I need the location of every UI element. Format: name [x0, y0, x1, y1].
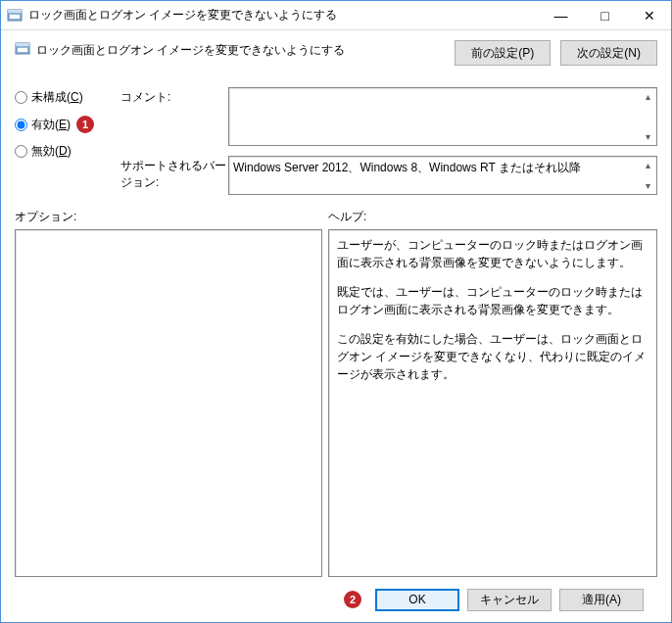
top-grid: 未構成(C) 有効(E) 1 無効(D) コメント: ▴ [15, 87, 657, 195]
policy-icon [15, 41, 30, 57]
content: ロック画面とログオン イメージを変更できないようにする 前の設定(P) 次の設定… [1, 30, 671, 622]
radio-disabled-input[interactable] [15, 145, 27, 158]
header-row: ロック画面とログオン イメージを変更できないようにする 前の設定(P) 次の設定… [15, 40, 657, 66]
minimize-button[interactable]: — [539, 1, 583, 29]
svg-rect-5 [18, 48, 27, 52]
fields-column: コメント: ▴ ▾ サポートされるバージョン: Windows Server 2… [120, 87, 657, 195]
window: ロック画面とログオン イメージを変更できないようにする — □ ✕ ロック画面と… [0, 0, 672, 623]
radio-enabled-label: 有効(E) [31, 117, 71, 133]
supported-value: Windows Server 2012、Windows 8、Windows RT… [233, 161, 581, 174]
supported-label: サポートされるバージョン: [120, 156, 228, 195]
annotation-badge-2: 2 [344, 591, 361, 608]
titlebar: ロック画面とログオン イメージを変更できないようにする — □ ✕ [1, 1, 671, 30]
radio-disabled-label: 無効(D) [31, 143, 72, 160]
help-paragraph: 既定では、ユーザーは、コンピューターのロック時またはログオン画面に表示される背景… [337, 283, 648, 318]
previous-setting-button[interactable]: 前の設定(P) [455, 40, 551, 66]
comment-label: コメント: [120, 87, 228, 146]
radio-disabled[interactable]: 無効(D) [15, 143, 120, 160]
mid-labels: オプション: ヘルプ: [15, 209, 657, 225]
scroll-up-icon[interactable]: ▴ [641, 89, 655, 104]
next-setting-button[interactable]: 次の設定(N) [560, 40, 657, 66]
nav-buttons: 前の設定(P) 次の設定(N) [455, 40, 657, 66]
scroll-up-icon[interactable]: ▴ [641, 158, 655, 172]
svg-rect-2 [10, 15, 20, 19]
options-label: オプション: [15, 209, 328, 225]
help-pane: ユーザーが、コンピューターのロック時またはログオン画面に表示される背景画像を変更… [328, 229, 657, 577]
radio-enabled[interactable]: 有効(E) 1 [15, 116, 120, 133]
apply-button[interactable]: 適用(A) [559, 589, 644, 611]
scroll-down-icon[interactable]: ▾ [641, 129, 655, 144]
help-paragraph: ユーザーが、コンピューターのロック時またはログオン画面に表示される背景画像を変更… [337, 236, 648, 271]
lower-panes: ユーザーが、コンピューターのロック時またはログオン画面に表示される背景画像を変更… [15, 229, 657, 577]
scroll-down-icon[interactable]: ▾ [641, 178, 655, 193]
supported-box: Windows Server 2012、Windows 8、Windows RT… [228, 156, 657, 195]
ok-button[interactable]: OK [375, 589, 459, 611]
radio-enabled-input[interactable] [15, 119, 27, 131]
comment-input[interactable]: ▴ ▾ [228, 87, 657, 146]
footer: 2 OK キャンセル 適用(A) [15, 577, 657, 622]
app-icon [7, 8, 23, 24]
comment-row: コメント: ▴ ▾ [120, 87, 657, 146]
close-button[interactable]: ✕ [627, 1, 671, 29]
help-paragraph: この設定を有効にした場合、ユーザーは、ロック画面とログオン イメージを変更できな… [337, 330, 648, 383]
options-pane [15, 229, 322, 577]
cancel-button[interactable]: キャンセル [467, 589, 552, 611]
maximize-button[interactable]: □ [583, 1, 627, 29]
help-label: ヘルプ: [328, 209, 366, 225]
svg-rect-4 [16, 43, 29, 46]
policy-title: ロック画面とログオン イメージを変更できないようにする [36, 40, 435, 59]
supported-row: サポートされるバージョン: Windows Server 2012、Window… [120, 156, 657, 195]
annotation-badge-1: 1 [76, 116, 94, 133]
radio-not-configured-label: 未構成(C) [31, 89, 83, 106]
window-title: ロック画面とログオン イメージを変更できないようにする [28, 7, 539, 24]
radio-not-configured[interactable]: 未構成(C) [15, 89, 120, 106]
radio-not-configured-input[interactable] [15, 91, 27, 104]
radio-column: 未構成(C) 有効(E) 1 無効(D) [15, 87, 120, 195]
svg-rect-1 [8, 10, 22, 13]
